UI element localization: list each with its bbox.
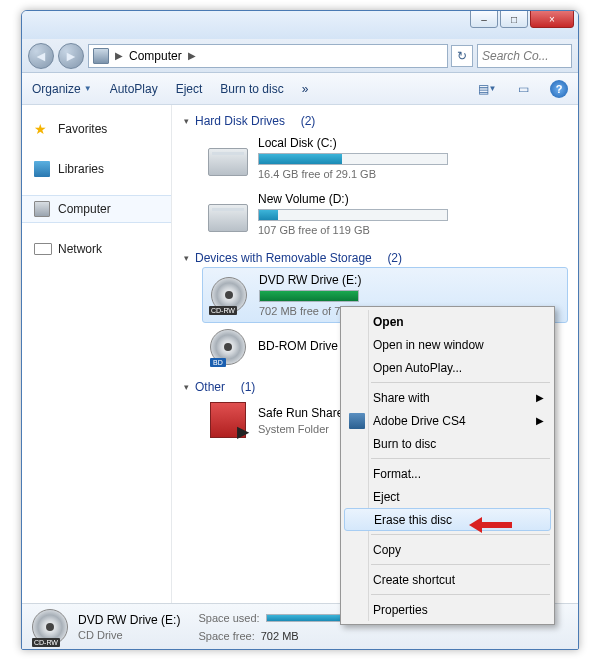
toolbar-overflow-button[interactable]: »	[302, 82, 309, 96]
collapse-icon: ▾	[184, 116, 189, 126]
view-button[interactable]: ▤▼	[478, 80, 496, 98]
ctx-properties[interactable]: Properties	[343, 598, 552, 621]
chevron-down-icon: ▼	[84, 84, 92, 93]
titlebar: – □ ×	[22, 11, 578, 39]
address-bar: ◄ ► ▶ Computer ▶ ↻ Search Co...	[22, 39, 578, 73]
sidebar-label: Libraries	[58, 162, 104, 176]
breadcrumb[interactable]: ▶ Computer ▶	[88, 44, 448, 68]
submenu-arrow-icon: ▶	[536, 415, 544, 426]
ctx-erase-disc[interactable]: Erase this disc	[344, 508, 551, 531]
search-input[interactable]: Search Co...	[477, 44, 572, 68]
minimize-button[interactable]: –	[470, 10, 498, 28]
ctx-create-shortcut[interactable]: Create shortcut	[343, 568, 552, 591]
group-header-hdd[interactable]: ▾ Hard Disk Drives (2)	[172, 105, 578, 130]
disc-icon: CD-RW	[209, 277, 249, 313]
disc-icon: BD	[208, 329, 248, 365]
drive-title: Local Disk (C:)	[258, 136, 568, 150]
sidebar-item-computer[interactable]: Computer	[22, 195, 171, 223]
chevron-down-icon: ▼	[489, 84, 497, 93]
capacity-bar	[259, 290, 359, 302]
space-free-value: 702 MB	[261, 630, 299, 642]
hdd-icon	[208, 140, 248, 176]
drive-sub: 107 GB free of 119 GB	[258, 224, 568, 236]
folder-icon	[208, 402, 248, 438]
computer-icon	[93, 48, 109, 64]
statusbar-type: CD Drive	[78, 629, 180, 641]
ctx-eject[interactable]: Eject	[343, 485, 552, 508]
preview-icon: ▭	[518, 82, 529, 96]
computer-icon	[34, 201, 50, 217]
ctx-adobe-drive[interactable]: Adobe Drive CS4▶	[343, 409, 552, 432]
ctx-format[interactable]: Format...	[343, 462, 552, 485]
cdrw-badge: CD-RW	[32, 638, 60, 647]
star-icon: ★	[34, 121, 50, 137]
submenu-arrow-icon: ▶	[536, 392, 544, 403]
space-used-label: Space used:	[198, 612, 259, 624]
capacity-bar	[258, 209, 448, 221]
breadcrumb-location: Computer	[129, 49, 182, 63]
sidebar-label: Favorites	[58, 122, 107, 136]
preview-pane-button[interactable]: ▭	[514, 80, 532, 98]
context-menu: Open Open in new window Open AutoPlay...…	[340, 306, 555, 625]
autoplay-button[interactable]: AutoPlay	[110, 82, 158, 96]
ctx-open-new-window[interactable]: Open in new window	[343, 333, 552, 356]
help-button[interactable]: ?	[550, 80, 568, 98]
disc-icon: CD-RW	[32, 609, 68, 645]
maximize-button[interactable]: □	[500, 10, 528, 28]
toolbar: Organize▼ AutoPlay Eject Burn to disc » …	[22, 73, 578, 105]
refresh-button[interactable]: ↻	[451, 45, 473, 67]
ctx-copy[interactable]: Copy	[343, 538, 552, 561]
drive-title: New Volume (D:)	[258, 192, 568, 206]
drive-c[interactable]: Local Disk (C:) 16.4 GB free of 29.1 GB	[172, 130, 578, 186]
breadcrumb-sep-icon: ▶	[186, 50, 198, 61]
burn-button[interactable]: Burn to disc	[220, 82, 283, 96]
ctx-share-with[interactable]: Share with▶	[343, 386, 552, 409]
statusbar-name: DVD RW Drive (E:)	[78, 613, 180, 627]
collapse-icon: ▾	[184, 253, 189, 263]
nav-pane: ★ Favorites Libraries Computer Network	[22, 105, 172, 603]
eject-button[interactable]: Eject	[176, 82, 203, 96]
space-free-label: Space free:	[198, 630, 254, 642]
refresh-icon: ↻	[457, 49, 467, 63]
ctx-burn[interactable]: Burn to disc	[343, 432, 552, 455]
ctx-open[interactable]: Open	[343, 310, 552, 333]
organize-button[interactable]: Organize▼	[32, 82, 92, 96]
group-header-removable[interactable]: ▾ Devices with Removable Storage (2)	[172, 242, 578, 267]
drive-d[interactable]: New Volume (D:) 107 GB free of 119 GB	[172, 186, 578, 242]
bd-badge: BD	[210, 358, 226, 367]
network-icon	[34, 241, 50, 257]
ctx-open-autoplay[interactable]: Open AutoPlay...	[343, 356, 552, 379]
forward-button[interactable]: ►	[58, 43, 84, 69]
hdd-icon	[208, 196, 248, 232]
close-button[interactable]: ×	[530, 10, 574, 28]
sidebar-item-favorites[interactable]: ★ Favorites	[22, 115, 171, 143]
view-icon: ▤	[478, 82, 489, 96]
sidebar-item-libraries[interactable]: Libraries	[22, 155, 171, 183]
drive-title: DVD RW Drive (E:)	[259, 273, 561, 287]
collapse-icon: ▾	[184, 382, 189, 392]
back-button[interactable]: ◄	[28, 43, 54, 69]
sidebar-item-network[interactable]: Network	[22, 235, 171, 263]
capacity-bar	[258, 153, 448, 165]
drive-sub: 16.4 GB free of 29.1 GB	[258, 168, 568, 180]
sidebar-label: Network	[58, 242, 102, 256]
sidebar-label: Computer	[58, 202, 111, 216]
libraries-icon	[34, 161, 50, 177]
adobe-icon	[349, 413, 365, 429]
cdrw-badge: CD-RW	[209, 306, 237, 315]
breadcrumb-sep-icon: ▶	[113, 50, 125, 61]
